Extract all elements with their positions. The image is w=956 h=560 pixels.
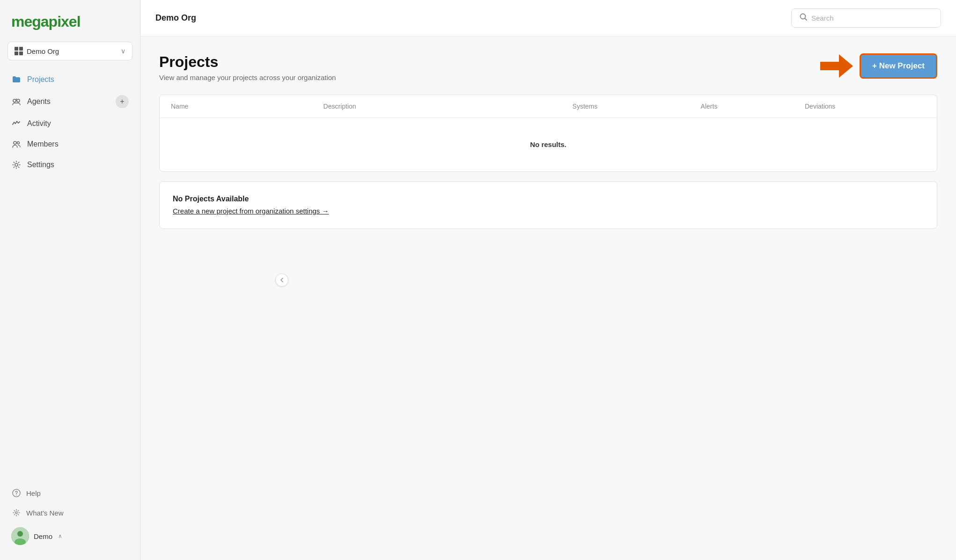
org-grid-icon bbox=[15, 47, 23, 55]
avatar bbox=[11, 527, 29, 545]
chevron-down-icon: ∨ bbox=[121, 47, 125, 55]
folder-icon bbox=[11, 74, 22, 85]
create-project-link[interactable]: Create a new project from organization s… bbox=[173, 207, 329, 215]
sidebar: megapixel Demo Org ∨ Projects bbox=[0, 0, 140, 560]
table-col-name: Name bbox=[171, 103, 316, 110]
sidebar-item-whats-new-label: What's New bbox=[26, 509, 64, 517]
topbar-title: Demo Org bbox=[155, 13, 196, 23]
new-project-wrapper: + New Project bbox=[820, 53, 937, 79]
user-section[interactable]: Demo ∧ bbox=[11, 523, 129, 549]
svg-point-12 bbox=[801, 14, 806, 19]
table-col-deviations: Deviations bbox=[805, 103, 926, 110]
sidebar-item-help[interactable]: Help bbox=[11, 484, 129, 502]
activity-icon bbox=[11, 118, 22, 129]
sidebar-item-agents[interactable]: Agents + bbox=[6, 90, 134, 113]
sidebar-item-settings-label: Settings bbox=[27, 161, 54, 169]
page-header-text: Projects View and manage your projects a… bbox=[159, 53, 336, 81]
help-icon bbox=[11, 488, 22, 498]
svg-point-4 bbox=[17, 142, 20, 144]
svg-point-10 bbox=[17, 531, 23, 537]
gear-icon bbox=[11, 160, 22, 170]
arrow-indicator bbox=[820, 54, 853, 78]
app-logo: megapixel bbox=[0, 0, 140, 42]
no-projects-banner: No Projects Available Create a new proje… bbox=[159, 181, 937, 229]
sidebar-item-help-label: Help bbox=[26, 489, 41, 497]
org-selector-name: Demo Org bbox=[27, 47, 59, 55]
table-header: Name Description Systems Alerts Deviatio… bbox=[160, 95, 937, 118]
table-body: No results. bbox=[160, 118, 937, 171]
agents-add-button[interactable]: + bbox=[116, 95, 129, 108]
page-content: Projects View and manage your projects a… bbox=[140, 37, 956, 560]
main-content: Demo Org Search Projects View and manage… bbox=[140, 0, 956, 560]
search-placeholder: Search bbox=[811, 14, 834, 22]
sparkle-icon bbox=[11, 508, 22, 518]
sidebar-collapse-button[interactable] bbox=[275, 273, 288, 287]
svg-point-0 bbox=[13, 99, 16, 102]
projects-table: Name Description Systems Alerts Deviatio… bbox=[159, 95, 937, 172]
sidebar-bottom: Help What's New Demo ∧ bbox=[0, 477, 140, 560]
sidebar-item-activity-label: Activity bbox=[27, 119, 51, 128]
svg-point-8 bbox=[15, 512, 17, 514]
table-col-alerts: Alerts bbox=[701, 103, 797, 110]
svg-point-3 bbox=[14, 141, 16, 144]
page-header: Projects View and manage your projects a… bbox=[159, 53, 937, 81]
table-col-description: Description bbox=[324, 103, 565, 110]
org-selector[interactable]: Demo Org ∨ bbox=[7, 42, 132, 60]
sidebar-item-projects[interactable]: Projects bbox=[6, 70, 134, 89]
page-subtitle: View and manage your projects across you… bbox=[159, 74, 336, 81]
sidebar-item-members-label: Members bbox=[27, 140, 59, 148]
page-title: Projects bbox=[159, 53, 336, 71]
sidebar-item-settings[interactable]: Settings bbox=[6, 155, 134, 175]
org-selector-left: Demo Org bbox=[15, 47, 59, 55]
sidebar-item-members[interactable]: Members bbox=[6, 134, 134, 154]
nav-items: Projects Agents + bbox=[0, 70, 140, 477]
svg-point-1 bbox=[17, 99, 20, 102]
sidebar-item-activity[interactable]: Activity bbox=[6, 114, 134, 133]
no-projects-title: No Projects Available bbox=[173, 195, 924, 203]
search-box[interactable]: Search bbox=[791, 8, 941, 28]
no-results-message: No results. bbox=[530, 140, 566, 148]
topbar: Demo Org Search bbox=[140, 0, 956, 37]
table-col-systems: Systems bbox=[573, 103, 693, 110]
sidebar-item-projects-label: Projects bbox=[27, 75, 54, 84]
svg-point-5 bbox=[15, 163, 18, 166]
search-icon bbox=[799, 13, 808, 23]
agents-icon bbox=[11, 96, 22, 107]
sidebar-item-whats-new[interactable]: What's New bbox=[11, 504, 129, 522]
members-icon bbox=[11, 139, 22, 149]
new-project-button[interactable]: + New Project bbox=[860, 53, 937, 79]
svg-line-13 bbox=[805, 19, 807, 21]
sidebar-item-agents-label: Agents bbox=[27, 97, 51, 106]
svg-point-7 bbox=[16, 495, 17, 496]
user-name: Demo bbox=[34, 532, 52, 540]
user-chevron-icon: ∧ bbox=[58, 533, 62, 539]
